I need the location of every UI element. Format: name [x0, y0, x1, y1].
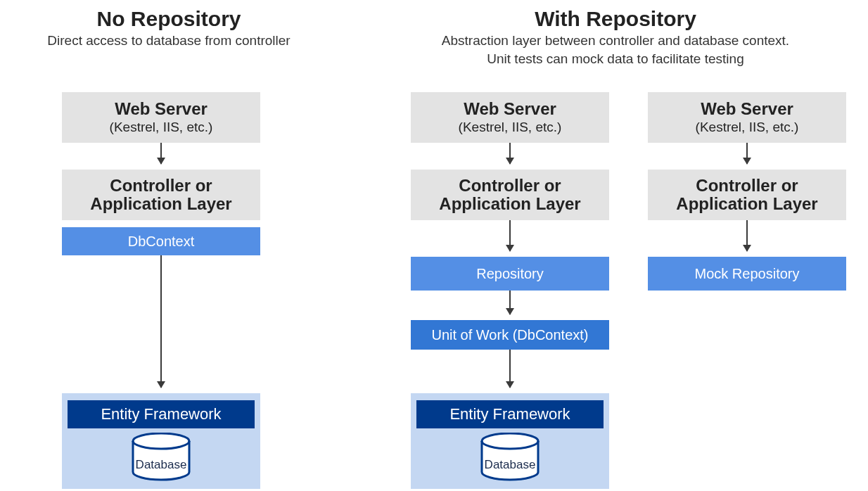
- right-title: With Repository: [383, 7, 848, 31]
- left-web-server-sub: (Kestrel, IIS, etc.): [110, 120, 213, 135]
- arrow-down-icon: [509, 143, 511, 164]
- arrow-down-icon: [160, 255, 162, 388]
- left-web-server-title: Web Server: [115, 100, 208, 118]
- rightA-entity-framework-box: Entity Framework Database: [411, 393, 609, 489]
- arrow-down-icon: [160, 143, 162, 164]
- rightA-repository-box: Repository: [411, 257, 609, 291]
- rightA-repository-label: Repository: [476, 266, 544, 282]
- arrow-down-icon: [509, 291, 511, 314]
- right-subtitle-2: Unit tests can mock data to facilitate t…: [383, 51, 848, 68]
- right-column-header: With Repository Abstraction layer betwee…: [383, 7, 848, 68]
- rightA-controller-box: Controller or Application Layer: [411, 170, 609, 220]
- arrow-down-icon: [746, 220, 748, 251]
- database-icon: Database: [131, 433, 191, 482]
- left-database-label: Database: [136, 458, 187, 472]
- arrow-down-icon: [509, 220, 511, 251]
- left-web-server-box: Web Server (Kestrel, IIS, etc.): [62, 92, 260, 143]
- rightB-mock-repository-box: Mock Repository: [648, 257, 846, 291]
- arrow-down-icon: [509, 350, 511, 388]
- rightB-mock-repo-label: Mock Repository: [695, 266, 800, 282]
- left-subtitle: Direct access to database from controlle…: [21, 32, 317, 49]
- rightB-web-server-sub: (Kestrel, IIS, etc.): [696, 120, 799, 135]
- arrow-down-icon: [746, 143, 748, 164]
- left-title: No Repository: [21, 7, 317, 31]
- rightB-controller-line1: Controller or: [696, 177, 798, 195]
- rightA-unit-of-work-box: Unit of Work (DbContext): [411, 320, 609, 350]
- left-dbcontext-label: DbContext: [128, 234, 195, 250]
- rightA-ef-label: Entity Framework: [416, 400, 604, 428]
- left-entity-framework-box: Entity Framework Database: [62, 393, 260, 489]
- rightA-uow-label: Unit of Work (DbContext): [431, 327, 588, 343]
- rightA-controller-line1: Controller or: [459, 177, 561, 195]
- rightA-web-server-title: Web Server: [464, 100, 556, 118]
- rightA-web-server-sub: (Kestrel, IIS, etc.): [459, 120, 562, 135]
- left-ef-label: Entity Framework: [68, 400, 255, 428]
- rightB-web-server-box: Web Server (Kestrel, IIS, etc.): [648, 92, 846, 143]
- rightB-web-server-title: Web Server: [701, 100, 793, 118]
- database-icon: Database: [480, 433, 540, 482]
- rightB-controller-box: Controller or Application Layer: [648, 170, 846, 220]
- rightA-web-server-box: Web Server (Kestrel, IIS, etc.): [411, 92, 609, 143]
- right-subtitle-1: Abstraction layer between controller and…: [383, 32, 848, 49]
- left-controller-line1: Controller or: [110, 177, 212, 195]
- left-dbcontext-box: DbContext: [62, 227, 260, 255]
- rightB-controller-line2: Application Layer: [676, 195, 817, 213]
- left-controller-line2: Application Layer: [90, 195, 231, 213]
- rightA-database-label: Database: [485, 458, 536, 472]
- left-controller-box: Controller or Application Layer: [62, 170, 260, 220]
- left-column-header: No Repository Direct access to database …: [21, 7, 317, 49]
- rightA-controller-line2: Application Layer: [439, 195, 580, 213]
